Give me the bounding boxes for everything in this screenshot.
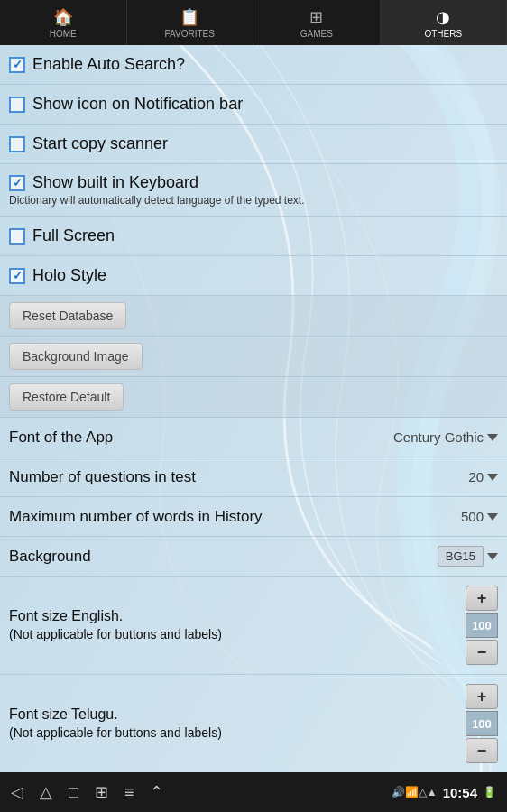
font-app-value-text: Century Gothic xyxy=(393,429,484,445)
top-navigation: 🏠 HOME 📋 FAVORITES ⊞ GAMES ◑ OTHERS xyxy=(0,0,507,45)
font-size-telugu-sublabel: (Not applicable for buttons and labels) xyxy=(9,724,456,743)
menu-button[interactable]: ≡ xyxy=(124,783,134,802)
label-start-copy-scanner: Start copy scanner xyxy=(32,134,168,153)
settings-list: Enable Auto Search? Show icon on Notific… xyxy=(0,45,507,772)
checkbox-holo-style[interactable] xyxy=(9,268,25,284)
nav-home[interactable]: 🏠 HOME xyxy=(0,0,127,45)
font-size-english-sublabel: (Not applicable for buttons and labels) xyxy=(9,626,456,644)
label-holo-style: Holo Style xyxy=(32,266,106,285)
background-image-button[interactable]: Background Image xyxy=(9,343,143,370)
value-max-words: 500 xyxy=(461,509,498,524)
font-size-telugu-minus[interactable]: − xyxy=(466,738,498,763)
nav-favorites-label: FAVORITES xyxy=(165,29,215,39)
row-background-image: Background Image xyxy=(0,337,507,377)
label-num-questions: Number of questions in test xyxy=(9,468,196,486)
font-size-telugu-plus[interactable]: + xyxy=(466,684,498,709)
desc-show-keyboard: Dictionary will automatically detect lan… xyxy=(9,194,305,207)
row-background[interactable]: Background BG15 xyxy=(0,537,507,577)
nav-games-label: GAMES xyxy=(300,29,333,39)
restore-default-button[interactable]: Restore Default xyxy=(9,383,124,411)
row-font-size-english: Font size English. (Not applicable for b… xyxy=(0,577,507,675)
home-button[interactable]: △ xyxy=(40,782,52,802)
row-max-words[interactable]: Maximum number of words in History 500 xyxy=(0,497,507,537)
games-icon: ⊞ xyxy=(309,7,323,27)
others-icon: ◑ xyxy=(436,7,450,27)
setting-holo-style: Holo Style xyxy=(0,256,507,296)
status-icons: 🔊📶△▲ xyxy=(392,786,438,798)
label-max-words: Maximum number of words in History xyxy=(9,508,263,526)
font-size-english-value: 100 xyxy=(466,613,498,638)
value-num-questions: 20 xyxy=(468,469,498,484)
row-font-size-telugu: Font size Telugu. (Not applicable for bu… xyxy=(0,675,507,772)
font-size-telugu-title: Font size Telugu. xyxy=(9,705,456,724)
back-button[interactable]: ◁ xyxy=(11,782,23,802)
reset-database-button[interactable]: Reset Database xyxy=(9,302,126,329)
num-questions-value-text: 20 xyxy=(468,469,484,484)
checkbox-show-keyboard[interactable] xyxy=(9,175,25,191)
label-font-size-telugu: Font size Telugu. (Not applicable for bu… xyxy=(9,705,456,743)
background-dropdown-arrow xyxy=(487,553,498,560)
label-enable-auto-search: Enable Auto Search? xyxy=(32,55,185,74)
setting-show-keyboard: Show built in Keyboard Dictionary will a… xyxy=(0,164,507,217)
value-font-app: Century Gothic xyxy=(393,429,498,445)
value-background: BG15 xyxy=(438,546,498,567)
row-num-questions[interactable]: Number of questions in test 20 xyxy=(0,457,507,497)
system-bar-right: 🔊📶△▲ 10:54 🔋 xyxy=(392,785,496,800)
label-background: Background xyxy=(9,548,91,566)
recent-apps-button[interactable]: □ xyxy=(69,783,78,802)
label-full-screen: Full Screen xyxy=(32,226,115,245)
background-value-text: BG15 xyxy=(438,546,484,567)
nav-favorites[interactable]: 📋 FAVORITES xyxy=(127,0,254,45)
label-show-keyboard: Show built in Keyboard xyxy=(32,173,198,192)
num-questions-dropdown-arrow xyxy=(487,474,498,481)
row-reset-database: Reset Database xyxy=(0,296,507,337)
qr-button[interactable]: ⊞ xyxy=(95,782,108,802)
system-time: 10:54 xyxy=(443,785,477,800)
checkbox-show-icon-notification[interactable] xyxy=(9,97,25,113)
checkbox-enable-auto-search[interactable] xyxy=(9,57,25,73)
home-icon: 🏠 xyxy=(53,7,73,27)
label-font-app: Font of the App xyxy=(9,429,113,447)
setting-show-icon-notification: Show icon on Notification bar xyxy=(0,85,507,125)
nav-others-label: OTHERS xyxy=(424,29,462,39)
checkbox-start-copy-scanner[interactable] xyxy=(9,136,25,152)
row-restore-default: Restore Default xyxy=(0,377,507,418)
font-size-english-minus[interactable]: − xyxy=(466,640,498,665)
max-words-dropdown-arrow xyxy=(487,513,498,521)
nav-games[interactable]: ⊞ GAMES xyxy=(254,0,381,45)
font-app-dropdown-arrow xyxy=(487,434,498,441)
font-size-english-plus[interactable]: + xyxy=(466,586,498,611)
font-size-telugu-controls: + 100 − xyxy=(466,684,498,763)
setting-full-screen: Full Screen xyxy=(0,217,507,256)
font-size-telugu-value: 100 xyxy=(466,711,498,736)
nav-others[interactable]: ◑ OTHERS xyxy=(381,0,508,45)
favorites-icon: 📋 xyxy=(180,7,199,27)
row-font-app[interactable]: Font of the App Century Gothic xyxy=(0,418,507,457)
max-words-value-text: 500 xyxy=(461,509,484,524)
battery-icon: 🔋 xyxy=(483,786,496,798)
font-size-english-controls: + 100 − xyxy=(466,586,498,665)
label-show-icon-notification: Show icon on Notification bar xyxy=(32,95,243,114)
setting-enable-auto-search: Enable Auto Search? xyxy=(0,45,507,85)
up-button[interactable]: ⌃ xyxy=(150,782,163,802)
nav-home-label: HOME xyxy=(50,29,77,39)
font-size-english-title: Font size English. xyxy=(9,606,456,626)
system-bar: ◁ △ □ ⊞ ≡ ⌃ 🔊📶△▲ 10:54 🔋 xyxy=(0,772,507,812)
label-font-size-english: Font size English. (Not applicable for b… xyxy=(9,606,456,644)
system-bar-left: ◁ △ □ ⊞ ≡ ⌃ xyxy=(11,782,163,802)
setting-start-copy-scanner: Start copy scanner xyxy=(0,125,507,164)
checkbox-full-screen[interactable] xyxy=(9,228,25,245)
